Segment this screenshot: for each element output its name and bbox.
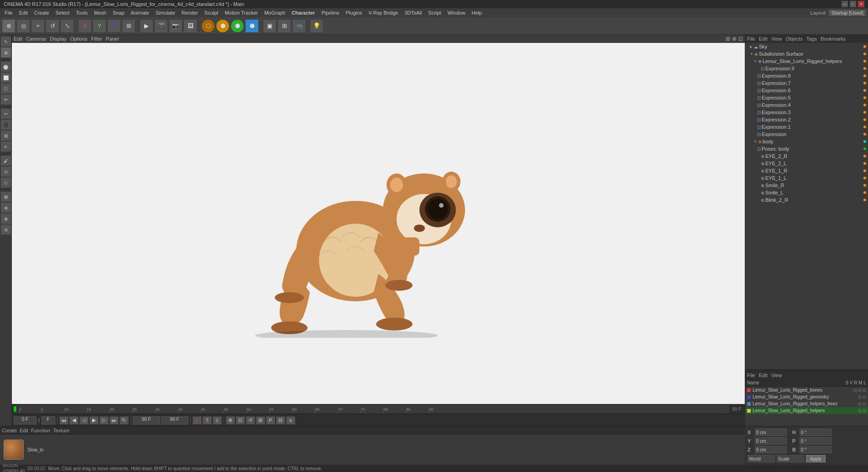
layout-value[interactable]: Startup [Used] bbox=[829, 10, 866, 16]
tree-item-expr4[interactable]: ⊡ Expression.4 bbox=[745, 101, 868, 109]
tree-item-expr1[interactable]: ⊡ Expression.1 bbox=[745, 123, 868, 131]
tree-item-expr5[interactable]: ⊡ Expression.5 bbox=[745, 94, 868, 101]
obj-icon-v-bones[interactable]: ⊡ bbox=[858, 388, 862, 393]
mat-menu-create[interactable]: Create bbox=[2, 428, 17, 433]
obj-row-bones[interactable]: Lemur_Slow_Loris_Rigged_bones ⊡ ⊡ ⊡ bbox=[745, 387, 868, 393]
autokey-btn[interactable]: ? bbox=[203, 416, 212, 425]
toolbar-z-btn[interactable]: Z bbox=[107, 19, 121, 33]
obj-menu-bottom-edit[interactable]: Edit bbox=[759, 372, 768, 378]
vp-menu-edit[interactable]: Edit bbox=[14, 36, 22, 42]
toolbar-object-btn[interactable]: ⬢ bbox=[216, 19, 230, 33]
menu-plugins[interactable]: Plugins bbox=[343, 9, 365, 16]
tool-weight[interactable]: ⊙ bbox=[1, 167, 11, 177]
play-reverse-button[interactable]: ◁ bbox=[79, 416, 89, 425]
menu-help[interactable]: Help bbox=[469, 9, 485, 16]
obj-icon-s-hf[interactable]: ⊡ bbox=[858, 402, 862, 406]
toolbar-render-vp-btn[interactable]: 🖼 bbox=[183, 19, 197, 33]
fps-field[interactable]: 90 F bbox=[161, 416, 188, 425]
loop2-btn[interactable]: ↺ bbox=[246, 416, 255, 425]
menu-window[interactable]: Window bbox=[444, 9, 468, 16]
vp-icon-2[interactable]: ⊕ bbox=[732, 36, 737, 42]
menu-script[interactable]: Script bbox=[425, 9, 444, 16]
toolbar-x-btn[interactable]: X bbox=[78, 19, 92, 33]
toolbar-scale-btn[interactable]: ⤡ bbox=[60, 19, 74, 33]
coord-scale-select[interactable]: Scale bbox=[777, 455, 804, 462]
toolbar-y-btn[interactable]: Y bbox=[93, 19, 106, 33]
menu-create[interactable]: Create bbox=[31, 9, 52, 16]
tree-item-expr[interactable]: ⊡ Expression bbox=[745, 131, 868, 138]
tree-item-expr8[interactable]: ⊡ Expression.8 bbox=[745, 72, 868, 79]
tree-item-sky[interactable]: ▶ ☁ Sky bbox=[745, 43, 868, 50]
tool-pose[interactable]: ☉ bbox=[1, 178, 11, 188]
menu-edit[interactable]: Edit bbox=[16, 9, 31, 16]
tool-brush[interactable]: ✏ bbox=[1, 94, 11, 105]
obj-menu-bottom-view[interactable]: View bbox=[771, 372, 782, 378]
key2-btn[interactable]: ⊡ bbox=[236, 416, 245, 425]
prev-frame-button[interactable]: ◀ bbox=[69, 416, 78, 425]
motion-btn[interactable]: ⊞ bbox=[256, 416, 265, 425]
tree-item-poses-body[interactable]: ⊡ Poses: body bbox=[745, 145, 868, 152]
toolbar-blue-btn[interactable]: ⬢ bbox=[245, 19, 259, 33]
vp-icon-3[interactable]: ⊡ bbox=[738, 36, 743, 42]
toolbar-render-btn[interactable]: ▶ bbox=[140, 19, 153, 33]
tool-skin[interactable]: ⊘ bbox=[1, 225, 11, 235]
menu-animate[interactable]: Animate bbox=[128, 9, 152, 16]
tree-item-eye1l[interactable]: ⊕ EYE_1_L bbox=[745, 174, 868, 182]
end-frame-field[interactable]: 90 F bbox=[133, 416, 160, 425]
viewport-3d[interactable] bbox=[12, 43, 745, 404]
menu-3dtoall[interactable]: 3DToAll bbox=[402, 9, 424, 16]
menu-character[interactable]: Character bbox=[289, 9, 318, 16]
tool-move[interactable]: ⊕ bbox=[1, 47, 11, 58]
tree-item-lemur-helpers[interactable]: ▼ ⊕ Lemur_Slow_Loris_Rigged_helpers bbox=[745, 58, 868, 65]
grid-btn[interactable]: ⊟ bbox=[276, 416, 285, 425]
obj-menu-tags[interactable]: Tags bbox=[806, 36, 817, 42]
tool-cursor[interactable]: ↖ bbox=[1, 37, 11, 47]
coord-apply-button[interactable]: Apply bbox=[806, 455, 826, 462]
tool-live-select[interactable]: ⬤ bbox=[1, 62, 11, 72]
menu-mograph[interactable]: MoGraph bbox=[261, 9, 288, 16]
close-button[interactable]: ✕ bbox=[858, 1, 864, 7]
obj-icon-s-bones[interactable]: ⊡ bbox=[853, 388, 857, 393]
vp-menu-panel[interactable]: Panel bbox=[106, 36, 119, 42]
menu-pipeline[interactable]: Pipeline bbox=[319, 9, 342, 16]
coord-h-val[interactable]: 0 ° bbox=[800, 429, 831, 436]
obj-menu-file[interactable]: File bbox=[747, 36, 755, 42]
toolbar-render-to-pic-btn[interactable]: 📷 bbox=[169, 19, 183, 33]
obj-menu-edit[interactable]: Edit bbox=[759, 36, 768, 42]
coord-z-pos[interactable]: 0 cm bbox=[755, 446, 787, 453]
frame-number-field[interactable]: F bbox=[42, 416, 55, 425]
next-frame-button[interactable]: ▷ bbox=[99, 416, 109, 425]
toolbar-view2-btn[interactable]: ⊞ bbox=[277, 19, 291, 33]
tree-item-blink2r[interactable]: ⊕ Blink_2_R bbox=[745, 196, 868, 204]
tool-extrude[interactable]: ⬛ bbox=[1, 120, 11, 130]
obj-icon-v-h[interactable]: ⊡ bbox=[863, 409, 866, 413]
tool-weld[interactable]: ⊞ bbox=[1, 131, 11, 141]
mat-menu-function[interactable]: Function bbox=[31, 428, 50, 433]
vp-menu-display[interactable]: Display bbox=[50, 36, 67, 42]
menu-motion-tracker[interactable]: Motion Tracker bbox=[222, 9, 261, 16]
tool-rig[interactable]: ⊠ bbox=[1, 192, 11, 202]
toolbar-deform-btn[interactable]: ⬡ bbox=[201, 19, 215, 33]
tree-item-body[interactable]: ▼ ⊕ body bbox=[745, 138, 868, 145]
obj-row-helpers[interactable]: Lemur_Slow_Loris_Rigged_helpers ⊡ ⊡ bbox=[745, 407, 868, 414]
obj-menu-objects[interactable]: Objects bbox=[785, 36, 802, 42]
loop-button[interactable]: ↻ bbox=[120, 416, 129, 425]
tool-bridge[interactable]: ≡ bbox=[1, 142, 11, 152]
obj-row-helpers-freez[interactable]: Lemur_Slow_Loris_Rigged_helpers_freez ⊡ … bbox=[745, 400, 868, 407]
toolbar-world-btn[interactable]: ⊞ bbox=[122, 19, 136, 33]
obj-menu-view[interactable]: View bbox=[771, 36, 782, 42]
menu-simulate[interactable]: Simulate bbox=[153, 9, 178, 16]
current-frame-field[interactable]: 0 F bbox=[14, 416, 37, 425]
obj-icon-s-h[interactable]: ⊡ bbox=[858, 409, 862, 413]
coord-x-pos[interactable]: 0 cm bbox=[755, 429, 787, 436]
toolbar-view1-btn[interactable]: ▣ bbox=[263, 19, 277, 33]
key-btn[interactable]: ◊ bbox=[213, 416, 222, 425]
menu-select[interactable]: Select bbox=[53, 9, 73, 16]
tree-item-expr6[interactable]: ⊡ Expression.6 bbox=[745, 87, 868, 94]
tool-joint[interactable]: ⊕ bbox=[1, 203, 11, 213]
tree-item-expr7[interactable]: ⊡ Expression.7 bbox=[745, 79, 868, 87]
tree-item-eye2l[interactable]: ⊕ EYE_2_L bbox=[745, 160, 868, 167]
obj-icon-r-bones[interactable]: ⊡ bbox=[863, 388, 866, 393]
obj-icon-s-geometry[interactable]: ⊡ bbox=[858, 395, 862, 399]
coord-y-pos[interactable]: 0 cm bbox=[755, 437, 787, 445]
